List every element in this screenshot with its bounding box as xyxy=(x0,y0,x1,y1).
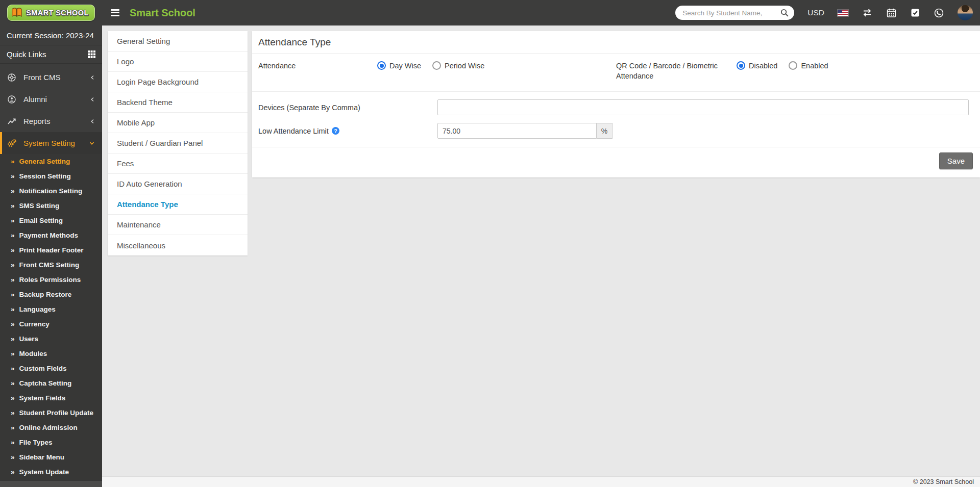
settings-menu-item[interactable]: Backend Theme xyxy=(108,92,248,113)
gears-icon xyxy=(7,139,17,148)
low-attendance-input[interactable] xyxy=(437,123,597,139)
sidebar-submenu-item[interactable]: » Custom Fields xyxy=(0,361,102,376)
double-chevron-icon: » xyxy=(11,291,15,298)
sidebar-submenu-label: Notification Setting xyxy=(19,187,83,195)
day-wise-option[interactable]: Day Wise xyxy=(377,61,421,70)
swap-arrows-icon[interactable] xyxy=(862,8,873,18)
settings-menu-item[interactable]: Miscellaneous xyxy=(108,235,248,255)
grid-icon[interactable] xyxy=(88,50,95,58)
system-setting-submenu: » General Setting » Session Setting » No… xyxy=(0,154,102,481)
sidebar-submenu-item[interactable]: » Users xyxy=(0,331,102,346)
sidebar-submenu-item[interactable]: » File Types xyxy=(0,435,102,450)
attendance-settings-row: Attendance Day Wise Period Wise QR Code … xyxy=(252,54,980,92)
double-chevron-icon: » xyxy=(11,424,15,431)
attendance-label: Attendance xyxy=(258,61,377,71)
app-title: Smart School xyxy=(130,7,195,19)
sidebar-submenu-item[interactable]: » Currency xyxy=(0,317,102,331)
day-wise-radio[interactable] xyxy=(377,61,386,70)
sidebar-submenu-label: Currency xyxy=(19,320,50,328)
settings-menu-item[interactable]: Logo xyxy=(108,52,248,72)
sidebar-submenu-label: Online Admission xyxy=(19,424,78,431)
settings-menu-item[interactable]: Login Page Background xyxy=(108,72,248,92)
sidebar-submenu-item[interactable]: » Payment Methods xyxy=(0,228,102,243)
double-chevron-icon: » xyxy=(11,232,15,239)
sidebar-submenu-item[interactable]: » System Fields xyxy=(0,391,102,405)
user-avatar[interactable] xyxy=(958,5,973,20)
whatsapp-icon[interactable] xyxy=(934,8,944,18)
help-question-icon[interactable]: ? xyxy=(332,127,339,135)
settings-menu-item[interactable]: Attendance Type xyxy=(108,194,248,215)
sidebar-submenu-item[interactable]: » Print Header Footer xyxy=(0,243,102,258)
page-title: Attendance Type xyxy=(252,31,980,54)
quick-links[interactable]: Quick Links xyxy=(0,45,102,64)
sidebar-submenu-item[interactable]: » Captcha Setting xyxy=(0,376,102,391)
low-attendance-label: Low Attendance Limit xyxy=(258,127,329,135)
settings-menu-item[interactable]: Student / Guardian Panel xyxy=(108,133,248,153)
period-wise-option[interactable]: Period Wise xyxy=(432,61,484,70)
calendar-icon[interactable] xyxy=(886,8,897,18)
search-input[interactable] xyxy=(675,6,794,20)
sidebar-submenu-item[interactable]: » Session Setting xyxy=(0,169,102,184)
settings-menu-item[interactable]: Fees xyxy=(108,153,248,174)
sidebar-submenu-item[interactable]: » Modules xyxy=(0,346,102,361)
sidebar-submenu-label: Captcha Setting xyxy=(19,379,72,387)
header-actions: USD xyxy=(675,5,980,20)
disabled-radio[interactable] xyxy=(737,61,745,70)
sidebar-submenu-item[interactable]: » Student Profile Update xyxy=(0,405,102,420)
top-header: SMART SCHOOL Smart School USD xyxy=(0,0,980,25)
sidebar-submenu-item[interactable]: » Sidebar Menu xyxy=(0,450,102,465)
sidebar-submenu-item[interactable]: » Online Admission xyxy=(0,420,102,435)
enabled-radio[interactable] xyxy=(789,61,797,70)
double-chevron-icon: » xyxy=(11,321,15,328)
sidebar-item-reports[interactable]: Reports xyxy=(0,110,102,132)
app-logo[interactable]: SMART SCHOOL xyxy=(0,0,102,25)
hamburger-menu-icon[interactable] xyxy=(109,7,121,18)
settings-menu-item[interactable]: ID Auto Generation xyxy=(108,174,248,194)
sidebar-submenu-label: Languages xyxy=(19,305,56,313)
double-chevron-icon: » xyxy=(11,262,15,269)
reports-chart-icon xyxy=(7,117,17,126)
chevron-down-icon xyxy=(89,141,95,146)
language-flag-icon[interactable] xyxy=(838,10,848,16)
percent-addon: % xyxy=(597,123,612,139)
qr-biometric-label: QR Code / Barcode / Biometric Attendance xyxy=(616,61,737,81)
sidebar-item-front-cms[interactable]: Front CMS xyxy=(0,66,102,88)
save-button[interactable]: Save xyxy=(939,152,973,169)
search-icon[interactable] xyxy=(780,8,789,17)
settings-menu-item[interactable]: Maintenance xyxy=(108,215,248,235)
sidebar-submenu-label: Session Setting xyxy=(19,172,71,180)
sidebar-submenu-label: Sidebar Menu xyxy=(19,453,65,461)
current-session-label: Current Session: 2023-24 xyxy=(0,25,102,45)
currency-label[interactable]: USD xyxy=(807,8,824,17)
sidebar-submenu-item[interactable]: » Languages xyxy=(0,302,102,317)
sidebar-submenu-label: Email Setting xyxy=(19,217,63,224)
sidebar-submenu-item[interactable]: » Backup Restore xyxy=(0,287,102,302)
sidebar-submenu-item[interactable]: » Front CMS Setting xyxy=(0,258,102,272)
sidebar-submenu-item[interactable]: » Notification Setting xyxy=(0,184,102,198)
enabled-option[interactable]: Enabled xyxy=(789,61,828,70)
double-chevron-icon: » xyxy=(11,469,15,476)
sidebar-submenu-item[interactable]: » General Setting xyxy=(0,154,102,169)
sidebar-nav: Front CMS Alumni xyxy=(0,64,102,154)
sidebar-item-label: Front CMS xyxy=(23,73,61,82)
period-wise-radio[interactable] xyxy=(432,61,441,70)
disabled-option[interactable]: Disabled xyxy=(737,61,777,70)
double-chevron-icon: » xyxy=(11,395,15,402)
sidebar-submenu-label: Modules xyxy=(19,350,47,357)
settings-menu-item[interactable]: General Setting xyxy=(108,31,248,52)
devices-input[interactable] xyxy=(437,99,969,115)
double-chevron-icon: » xyxy=(11,173,15,180)
double-chevron-icon: » xyxy=(11,188,15,195)
sidebar-submenu-item[interactable]: » System Update xyxy=(0,465,102,479)
sidebar-submenu-label: General Setting xyxy=(19,158,70,165)
task-check-icon[interactable] xyxy=(910,8,920,18)
book-logo-icon xyxy=(11,7,23,19)
sidebar-item-label: Reports xyxy=(23,117,51,125)
sidebar-item-alumni[interactable]: Alumni xyxy=(0,88,102,110)
sidebar-submenu-item[interactable]: » Email Setting xyxy=(0,213,102,228)
sidebar-item-label: Alumni xyxy=(23,95,47,104)
sidebar-submenu-item[interactable]: » Roles Permissions xyxy=(0,272,102,287)
sidebar-item-system-setting[interactable]: System Setting xyxy=(0,132,102,154)
settings-menu-item[interactable]: Mobile App xyxy=(108,113,248,133)
sidebar-submenu-item[interactable]: » SMS Setting xyxy=(0,198,102,213)
